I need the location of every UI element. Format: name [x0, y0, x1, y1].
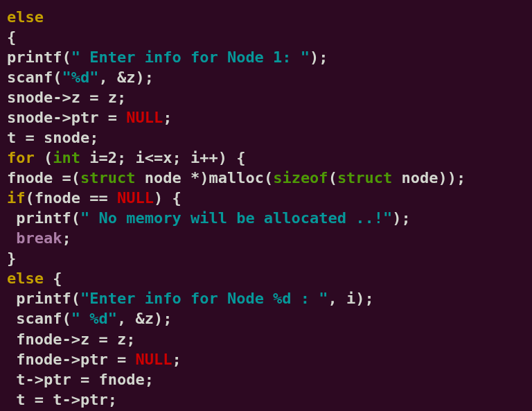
null-literal: NULL: [117, 189, 154, 207]
null-literal: NULL: [126, 109, 163, 126]
code-text: printf(: [7, 290, 80, 307]
type-struct: struct: [337, 169, 392, 186]
code-text: ;: [163, 109, 172, 126]
code-text: ;: [172, 351, 181, 368]
code-text: snode->z = z;: [7, 89, 126, 106]
string-literal: " %d": [71, 310, 117, 327]
code-text: node));: [392, 169, 466, 186]
code-text: (: [35, 149, 53, 166]
code-text: printf(: [7, 49, 71, 66]
keyword-sizeof: sizeof: [273, 169, 328, 186]
null-literal: NULL: [135, 351, 172, 368]
code-text: fnode->z = z;: [7, 331, 135, 348]
code-text: fnode->ptr =: [7, 351, 135, 368]
keyword-else: else: [7, 270, 44, 287]
code-text: t = snode;: [7, 129, 98, 146]
keyword-else: else: [7, 8, 44, 26]
string-literal: " No memory will be allocated ..!": [80, 209, 392, 227]
code-text: fnode =(: [7, 169, 80, 186]
code-text: {: [44, 270, 62, 287]
code-text: t = t->ptr;: [7, 391, 117, 408]
keyword-break: break: [16, 229, 62, 247]
code-text: , &z);: [98, 69, 153, 86]
code-text: ) {: [154, 189, 181, 207]
code-text: (: [328, 169, 337, 186]
code-text: (fnode ==: [26, 189, 117, 207]
type-int: int: [53, 149, 80, 166]
code-text: scanf(: [7, 310, 71, 327]
brace-open: {: [7, 28, 16, 46]
code-text: printf(: [7, 209, 80, 227]
code-text: snode->ptr =: [7, 109, 126, 126]
code-text: );: [310, 49, 328, 66]
keyword-if: if: [7, 189, 26, 207]
code-block: else { printf(" Enter info for Node 1: "…: [7, 7, 525, 411]
brace-close: }: [7, 250, 16, 267]
keyword-for: for: [7, 149, 35, 166]
code-text: scanf(: [7, 69, 62, 86]
code-text: [7, 229, 16, 247]
string-literal: "%d": [62, 69, 98, 86]
code-text: );: [392, 209, 411, 227]
code-text: , &z);: [117, 310, 172, 327]
code-text: i=2; i<=x; i++) {: [80, 149, 245, 166]
string-literal: "Enter info for Node %d : ": [80, 290, 328, 307]
code-text: ;: [62, 229, 71, 247]
string-literal: " Enter info for Node 1: ": [71, 49, 310, 66]
code-text: , i);: [328, 290, 374, 307]
type-struct: struct: [80, 169, 135, 186]
code-text: node *)malloc(: [135, 169, 273, 186]
code-text: t->ptr = fnode;: [7, 371, 154, 388]
